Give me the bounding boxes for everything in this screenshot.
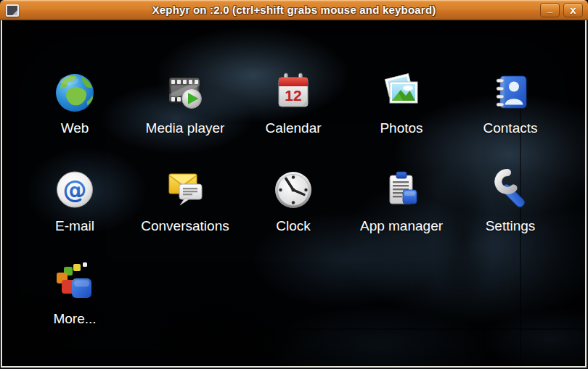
app-item-settings[interactable]: Settings bbox=[456, 169, 565, 234]
wallpaper-grid-line-horizontal bbox=[293, 328, 585, 330]
close-icon: x bbox=[564, 4, 582, 17]
app-label: Web bbox=[20, 120, 129, 136]
settings-icon bbox=[489, 169, 531, 211]
titlebar[interactable]: Xephyr on :2.0 (ctrl+shift grabs mouse a… bbox=[0, 0, 588, 20]
app-label: Clock bbox=[239, 218, 348, 234]
minimize-button[interactable]: _ bbox=[540, 3, 560, 17]
media-player-icon bbox=[164, 71, 206, 113]
web-icon bbox=[54, 71, 96, 113]
app-label: Settings bbox=[456, 218, 565, 234]
app-manager-icon bbox=[380, 169, 422, 211]
conversations-icon bbox=[164, 169, 206, 211]
photos-icon bbox=[380, 71, 422, 113]
at-glyph: @ bbox=[63, 175, 87, 204]
calendar-day-text: 12 bbox=[285, 87, 301, 104]
app-label: E-mail bbox=[20, 218, 129, 234]
app-label: App manager bbox=[347, 218, 456, 234]
app-item-web[interactable]: Web bbox=[20, 71, 129, 136]
app-item-app-manager[interactable]: App manager bbox=[347, 169, 456, 234]
app-item-more[interactable]: More... bbox=[20, 262, 129, 327]
app-label: Photos bbox=[347, 120, 456, 136]
app-label: Calendar bbox=[239, 120, 348, 136]
clock-icon bbox=[272, 169, 314, 211]
minimize-icon: _ bbox=[541, 4, 559, 14]
app-label: Conversations bbox=[131, 218, 240, 234]
app-label: Media player bbox=[131, 120, 240, 136]
app-item-photos[interactable]: Photos bbox=[347, 71, 456, 136]
xephyr-window: Xephyr on :2.0 (ctrl+shift grabs mouse a… bbox=[0, 0, 588, 369]
app-item-calendar[interactable]: 12 Calendar bbox=[239, 71, 348, 136]
window-title: Xephyr on :2.0 (ctrl+shift grabs mouse a… bbox=[0, 0, 588, 20]
app-label: More... bbox=[20, 311, 129, 327]
email-icon: @ bbox=[54, 169, 96, 211]
app-item-contacts[interactable]: Contacts bbox=[456, 71, 565, 136]
more-icon bbox=[54, 262, 96, 304]
contacts-icon bbox=[489, 71, 531, 113]
desktop: Web Media player bbox=[1, 20, 587, 368]
calendar-icon: 12 bbox=[272, 71, 314, 113]
app-item-email[interactable]: @ E-mail bbox=[20, 169, 129, 234]
app-item-media-player[interactable]: Media player bbox=[131, 71, 240, 136]
app-item-conversations[interactable]: Conversations bbox=[131, 169, 240, 234]
app-item-clock[interactable]: Clock bbox=[239, 169, 348, 234]
close-button[interactable]: x bbox=[563, 3, 583, 17]
app-label: Contacts bbox=[456, 120, 565, 136]
